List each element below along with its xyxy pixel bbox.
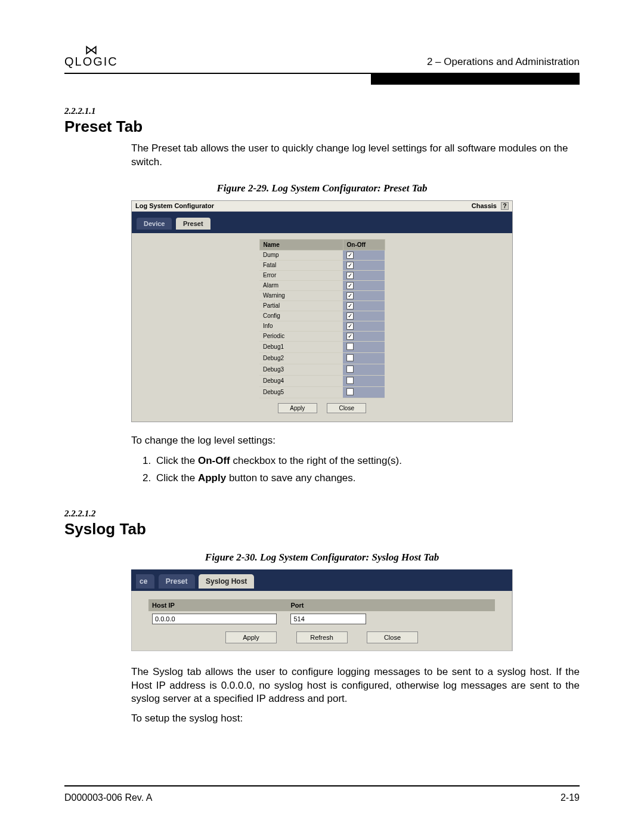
table-row: Debug1	[259, 341, 385, 352]
onoff-checkbox[interactable]	[346, 388, 354, 395]
preset-name: Debug4	[259, 375, 343, 386]
table-row: Debug5	[259, 386, 385, 398]
col-host-ip: Host IP	[148, 599, 287, 611]
port-input[interactable]	[290, 614, 366, 624]
onoff-checkbox[interactable]: ✓	[346, 312, 354, 320]
doc-id: D000003-006 Rev. A	[64, 792, 152, 803]
preset-onoff-cell: ✓	[343, 301, 385, 311]
close-button[interactable]: Close	[367, 631, 418, 643]
page-footer: D000003-006 Rev. A 2-19	[64, 785, 580, 803]
refresh-button[interactable]: Refresh	[296, 631, 348, 643]
table-row: Debug3	[259, 364, 385, 375]
table-row: Alarm✓	[259, 280, 385, 290]
page-header: ⋈ QLOGIC 2 – Operations and Administrati…	[64, 36, 580, 68]
preset-name: Info	[259, 321, 343, 331]
page-number: 2-19	[561, 792, 580, 803]
onoff-checkbox[interactable]: ✓	[346, 262, 354, 269]
chapter-title: 2 – Operations and Administration	[427, 56, 580, 68]
preset-lead: To change the log level settings:	[131, 434, 580, 448]
header-black-bar	[371, 74, 580, 85]
preset-onoff-cell: ✓	[343, 311, 385, 321]
onoff-checkbox[interactable]	[346, 366, 354, 373]
preset-name: Alarm	[259, 280, 343, 290]
tab-syslog-host[interactable]: Syslog Host	[199, 574, 254, 589]
onoff-checkbox[interactable]	[346, 354, 354, 361]
table-row: Periodic✓	[259, 331, 385, 341]
apply-button[interactable]: Apply	[278, 403, 317, 413]
figure-caption: Figure 2-30. Log System Configurator: Sy…	[64, 552, 580, 563]
onoff-checkbox[interactable]: ✓	[346, 272, 354, 279]
preset-onoff-cell	[343, 352, 385, 364]
onoff-checkbox[interactable]	[346, 377, 354, 384]
figure-caption: Figure 2-29. Log System Configurator: Pr…	[64, 182, 580, 194]
figure-syslog-tab: ce Preset Syslog Host Host IP Port Apply…	[131, 569, 513, 651]
preset-name: Debug1	[259, 341, 343, 352]
preset-name: Config	[259, 311, 343, 321]
preset-name: Debug3	[259, 364, 343, 375]
window-title: Log System Configurator	[135, 202, 214, 209]
onoff-checkbox[interactable]: ✓	[346, 252, 354, 259]
preset-onoff-cell: ✓	[343, 331, 385, 341]
preset-name: Periodic	[259, 331, 343, 341]
col-name: Name	[259, 239, 343, 250]
syslog-table: Host IP Port	[148, 599, 495, 627]
table-row: Debug4	[259, 375, 385, 386]
onoff-checkbox[interactable]: ✓	[346, 282, 354, 289]
tab-preset[interactable]: Preset	[159, 574, 195, 589]
preset-onoff-cell: ✓	[343, 321, 385, 331]
table-row: Info✓	[259, 321, 385, 331]
table-row: Fatal✓	[259, 260, 385, 270]
section-number: 2.2.2.1.2	[64, 509, 580, 519]
preset-intro: The Preset tab allows the user to quickl…	[131, 142, 580, 169]
tab-preset[interactable]: Preset	[176, 218, 210, 230]
logo-text: QLOGIC	[64, 55, 118, 68]
preset-steps: Click the On-Off checkbox to the right o…	[154, 453, 580, 487]
preset-onoff-cell	[343, 364, 385, 375]
step-2: Click the Apply button to save any chang…	[154, 470, 580, 487]
figure2-tabbar: ce Preset Syslog Host	[131, 569, 512, 591]
preset-name: Partial	[259, 301, 343, 311]
tab-device[interactable]: Device	[137, 218, 172, 230]
section-number: 2.2.2.1.1	[64, 106, 580, 116]
syslog-para: The Syslog tab allows the user to config…	[131, 665, 580, 707]
section-title: Syslog Tab	[64, 520, 580, 538]
preset-name: Debug2	[259, 352, 343, 364]
section-title: Preset Tab	[64, 117, 580, 136]
preset-onoff-cell: ✓	[343, 260, 385, 270]
table-row: Config✓	[259, 311, 385, 321]
col-port: Port	[287, 599, 373, 611]
onoff-checkbox[interactable]: ✓	[346, 333, 354, 340]
table-row: Partial✓	[259, 301, 385, 311]
preset-onoff-cell: ✓	[343, 270, 385, 280]
close-button[interactable]: Close	[327, 403, 366, 413]
preset-name: Dump	[259, 250, 343, 260]
preset-name: Fatal	[259, 260, 343, 270]
preset-onoff-cell	[343, 375, 385, 386]
onoff-checkbox[interactable]: ✓	[346, 323, 354, 330]
host-ip-input[interactable]	[152, 614, 277, 624]
preset-name: Warning	[259, 290, 343, 301]
header-rule	[64, 73, 580, 85]
apply-button[interactable]: Apply	[225, 631, 277, 643]
onoff-checkbox[interactable]	[346, 343, 354, 350]
table-row: Dump✓	[259, 250, 385, 260]
preset-onoff-cell: ✓	[343, 290, 385, 301]
onoff-checkbox[interactable]: ✓	[346, 292, 354, 299]
onoff-checkbox[interactable]: ✓	[346, 302, 354, 309]
chassis-link[interactable]: Chassis	[472, 202, 497, 209]
qlogic-logo: ⋈ QLOGIC	[64, 43, 118, 68]
col-onoff: On-Off	[343, 239, 385, 250]
figure-tabbar: Device Preset	[132, 212, 512, 233]
table-row: Error✓	[259, 270, 385, 280]
table-row: Debug2	[259, 352, 385, 364]
syslog-lead: To setup the syslog host:	[131, 712, 580, 726]
tab-ce[interactable]: ce	[136, 574, 154, 589]
preset-name: Debug5	[259, 386, 343, 398]
help-icon[interactable]: ?	[501, 202, 509, 210]
preset-name: Error	[259, 270, 343, 280]
preset-onoff-cell	[343, 386, 385, 398]
step-1: Click the On-Off checkbox to the right o…	[154, 453, 580, 470]
preset-onoff-cell: ✓	[343, 280, 385, 290]
figure-titlebar: Log System Configurator Chassis ?	[132, 201, 512, 212]
preset-table: Name On-Off Dump✓Fatal✓Error✓Alarm✓Warni…	[259, 239, 385, 398]
